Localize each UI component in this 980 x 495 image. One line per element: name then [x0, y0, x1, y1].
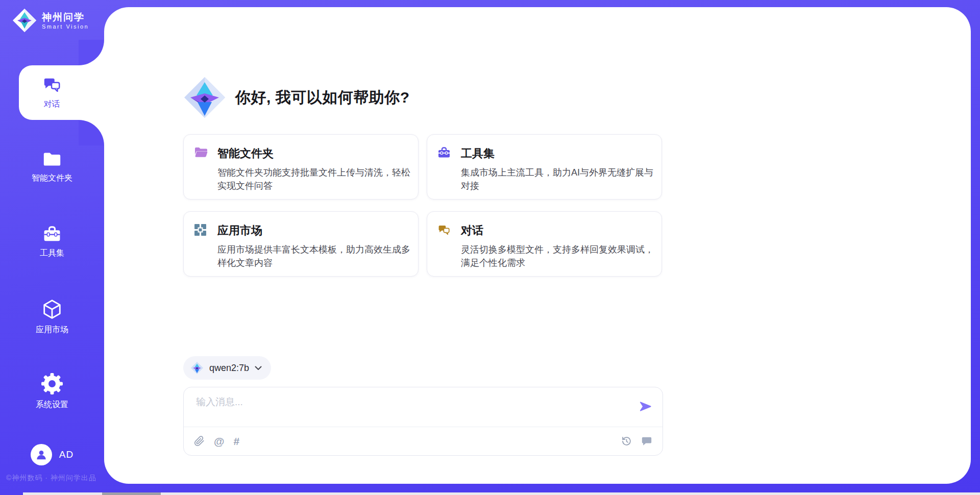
tab-fillet-bottom	[79, 120, 104, 145]
brand-logo-diamond-icon	[12, 8, 37, 33]
model-logo-diamond-icon	[190, 361, 204, 375]
gear-icon	[41, 373, 63, 395]
brand-name: 神州问学	[42, 11, 89, 23]
card-toolset[interactable]: 工具集 集成市场上主流工具，助力AI与外界无缝扩展与对接	[427, 134, 662, 200]
sidebar-footer: ©神州数码 · 神州问学出品	[6, 474, 96, 483]
sidebar-item-settings[interactable]: 系统设置	[0, 373, 104, 410]
card-app-market[interactable]: 应用市场 应用市场提供丰富长文本模板，助力高效生成多样化文章内容	[183, 211, 419, 277]
brand: 神州问学 Smart Vision	[12, 8, 89, 33]
sidebar-item-label: 对话	[44, 99, 60, 110]
sidebar-item-label: 系统设置	[36, 400, 68, 410]
grid-icon	[194, 224, 207, 238]
card-description: 灵活切换多模型文件，支持多样回复效果调试，满足个性化需求	[461, 243, 659, 269]
card-smart-folder[interactable]: 智能文件夹 智能文件夹功能支持批量文件上传与清洗，轻松实现文件问答	[183, 134, 419, 200]
message-input[interactable]	[184, 387, 628, 417]
model-name: qwen2:7b	[209, 363, 249, 374]
card-description: 智能文件夹功能支持批量文件上传与清洗，轻松实现文件问答	[217, 166, 416, 192]
card-title: 智能文件夹	[217, 146, 416, 161]
greeting-title: 你好, 我可以如何帮助你?	[235, 87, 410, 108]
folder-icon	[42, 150, 62, 168]
user-name: AD	[59, 449, 74, 460]
avatar	[31, 444, 52, 465]
greeting: 你好, 我可以如何帮助你?	[183, 76, 410, 119]
paperclip-icon[interactable]	[194, 436, 205, 447]
chat-message-icon[interactable]	[641, 435, 652, 447]
tab-fillet-top	[79, 40, 104, 65]
mention-icon[interactable]: @	[214, 436, 224, 447]
chat-gold-icon	[437, 224, 451, 239]
user-account[interactable]: AD	[0, 444, 104, 465]
horizontal-scrollbar-thumb[interactable]	[102, 492, 161, 495]
model-selector[interactable]: qwen2:7b	[183, 356, 271, 380]
cube-icon	[41, 299, 63, 320]
topic-icon[interactable]: #	[233, 436, 239, 447]
assistant-logo-diamond-icon	[183, 76, 226, 119]
send-icon[interactable]	[639, 400, 652, 413]
briefcase-icon	[42, 225, 62, 243]
card-title: 对话	[461, 223, 659, 238]
card-description: 集成市场上主流工具，助力AI与外界无缝扩展与对接	[461, 166, 659, 192]
card-title: 应用市场	[217, 223, 416, 238]
brand-subtitle: Smart Vision	[42, 23, 89, 30]
card-description: 应用市场提供丰富长文本模板，助力高效生成多样化文章内容	[217, 243, 416, 269]
sidebar-item-toolset[interactable]: 工具集	[0, 225, 104, 259]
feature-cards: 智能文件夹 智能文件夹功能支持批量文件上传与清洗，轻松实现文件问答 工具集 集成…	[183, 134, 662, 277]
toolbox-icon	[437, 146, 451, 161]
message-composer: @ #	[183, 387, 663, 456]
card-chat[interactable]: 对话 灵活切换多模型文件，支持多样回复效果调试，满足个性化需求	[427, 211, 662, 277]
composer-toolbar: @ #	[184, 427, 663, 455]
card-title: 工具集	[461, 146, 659, 161]
person-icon	[35, 448, 48, 461]
main-panel: 你好, 我可以如何帮助你? 智能文件夹 智能文件夹功能支持批量文件上传与清洗，轻…	[104, 7, 971, 484]
sidebar-item-label: 工具集	[40, 248, 64, 259]
sidebar-item-label: 智能文件夹	[32, 173, 72, 184]
chevron-down-icon	[255, 366, 262, 370]
history-icon[interactable]	[621, 436, 632, 447]
horizontal-scrollbar[interactable]	[23, 492, 980, 495]
folder-open-icon	[194, 146, 208, 161]
sidebar-item-smart-folder[interactable]: 智能文件夹	[0, 150, 104, 184]
sidebar-item-chat[interactable]: 对话	[19, 65, 104, 120]
sidebar-item-label: 应用市场	[36, 325, 68, 335]
chat-bubbles-icon	[42, 76, 62, 95]
sidebar-item-app-market[interactable]: 应用市场	[0, 299, 104, 335]
